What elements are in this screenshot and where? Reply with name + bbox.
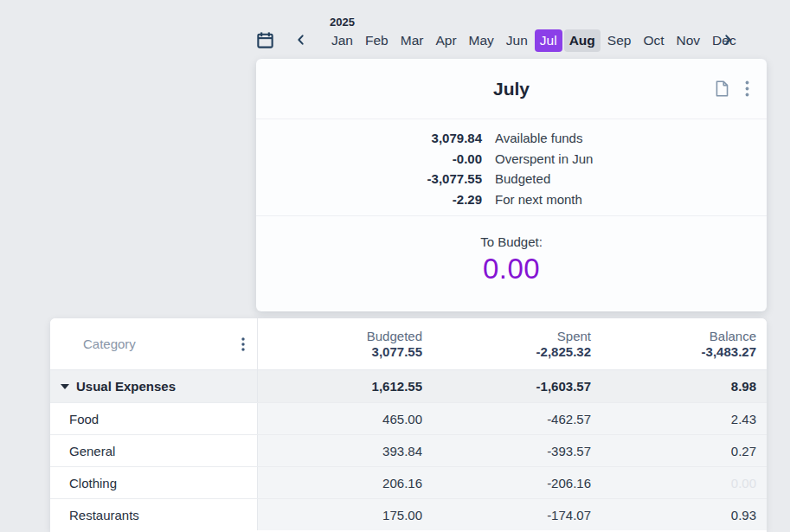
- balance-cell[interactable]: 0.00: [591, 467, 767, 498]
- summary-row: -0.00Overspent in Jun: [256, 149, 767, 170]
- column-header-budgeted: Budgeted3,077.55: [258, 318, 422, 369]
- summary-value: -3,077.55: [256, 171, 482, 186]
- category-name-cell[interactable]: Usual Expenses: [50, 370, 258, 402]
- category-header-cell: Category: [50, 318, 258, 369]
- summary-label: For next month: [495, 192, 582, 207]
- column-header-spent: Spent-2,825.32: [422, 318, 591, 369]
- column-label: Budgeted: [367, 329, 422, 343]
- balance-cell[interactable]: 0.93: [591, 499, 767, 530]
- month-jan[interactable]: Jan: [326, 29, 358, 52]
- month-apr[interactable]: Apr: [430, 29, 461, 52]
- card-header: July: [256, 59, 767, 119]
- summary-value: -2.29: [256, 192, 482, 207]
- column-total: -2,825.32: [536, 344, 591, 359]
- balance-cell[interactable]: 2.43: [591, 403, 767, 434]
- next-month-button[interactable]: [721, 33, 735, 47]
- to-budget-value[interactable]: 0.00: [256, 253, 767, 285]
- calendar-icon: [255, 30, 275, 50]
- category-name: Clothing: [69, 476, 117, 490]
- budget-row-restaurants: Restaurants175.00-174.070.93: [50, 498, 767, 530]
- month-jun[interactable]: Jun: [501, 29, 533, 52]
- month-menu-button[interactable]: [745, 80, 749, 97]
- budget-row-usual-expenses: Usual Expenses1,612.55-1,603.578.98: [50, 370, 767, 402]
- category-name: General: [69, 444, 115, 458]
- budget-table: Category Budgeted3,077.55Spent-2,825.32B…: [50, 318, 767, 532]
- category-name-cell[interactable]: Restaurants: [50, 499, 258, 530]
- summary-label: Overspent in Jun: [495, 151, 593, 166]
- month-nov[interactable]: Nov: [671, 29, 706, 52]
- month-aug[interactable]: Aug: [564, 29, 601, 52]
- spent-cell[interactable]: -206.16: [422, 467, 591, 498]
- kebab-menu-icon: [241, 337, 245, 351]
- month-notes-button[interactable]: [714, 80, 730, 98]
- column-label: Balance: [710, 329, 756, 343]
- budget-row-food: Food465.00-462.572.43: [50, 402, 767, 434]
- category-menu-button[interactable]: [241, 337, 245, 351]
- to-budget-section: To Budget: 0.00: [256, 216, 767, 285]
- summary-label: Budgeted: [495, 171, 550, 186]
- month-may[interactable]: May: [464, 29, 499, 52]
- balance-cell[interactable]: 0.27: [591, 435, 767, 466]
- summary-value: 3,079.84: [256, 131, 482, 145]
- month-summary-card: July 3,079.: [256, 59, 767, 311]
- chevron-right-icon: [721, 33, 735, 47]
- column-label: Spent: [557, 329, 591, 343]
- balance-cell[interactable]: 8.98: [591, 370, 767, 402]
- card-header-actions: [714, 59, 749, 119]
- month-oct[interactable]: Oct: [638, 29, 669, 52]
- category-name: Usual Expenses: [76, 379, 176, 394]
- budget-row-general: General393.84-393.570.27: [50, 434, 767, 466]
- to-budget-label: To Budget:: [256, 234, 767, 249]
- category-name-cell[interactable]: Food: [50, 403, 258, 434]
- category-name-cell[interactable]: Clothing: [50, 467, 258, 498]
- month-feb[interactable]: Feb: [360, 29, 394, 52]
- month-jul[interactable]: Jul: [535, 29, 562, 52]
- chevron-left-icon: [294, 33, 308, 47]
- budget-row-clothing: Clothing206.16-206.160.00: [50, 466, 767, 498]
- budgeted-cell[interactable]: 175.00: [258, 499, 422, 530]
- column-total: 3,077.55: [372, 344, 422, 359]
- category-header-label: Category: [83, 337, 136, 351]
- funds-summary: 3,079.84Available funds-0.00Overspent in…: [256, 119, 767, 216]
- collapse-triangle-icon[interactable]: [61, 384, 69, 389]
- column-header-balance: Balance-3,483.27: [591, 318, 767, 369]
- table-body: Usual Expenses1,612.55-1,603.578.98Food4…: [50, 370, 767, 530]
- months-row: JanFebMarAprMayJunJulAugSepOctNovDec: [325, 29, 742, 52]
- summary-row: 3,079.84Available funds: [256, 128, 767, 149]
- summary-label: Available funds: [495, 131, 582, 145]
- month-sep[interactable]: Sep: [602, 29, 637, 52]
- table-header: Category Budgeted3,077.55Spent-2,825.32B…: [50, 318, 767, 370]
- kebab-menu-icon: [745, 80, 749, 97]
- month-mar[interactable]: Mar: [395, 29, 429, 52]
- year-label: 2025: [330, 16, 355, 29]
- spent-cell[interactable]: -174.07: [422, 499, 591, 530]
- budgeted-cell[interactable]: 1,612.55: [258, 370, 422, 402]
- calendar-button[interactable]: [255, 30, 275, 50]
- note-icon: [714, 80, 730, 98]
- budgeted-cell[interactable]: 465.00: [258, 403, 422, 434]
- spent-cell[interactable]: -462.57: [422, 403, 591, 434]
- category-name: Restaurants: [69, 508, 139, 522]
- previous-month-button[interactable]: [294, 33, 308, 47]
- category-name-cell[interactable]: General: [50, 435, 258, 466]
- month-title: July: [493, 79, 530, 99]
- summary-value: -0.00: [256, 151, 482, 166]
- summary-row: -3,077.55Budgeted: [256, 169, 767, 189]
- spent-cell[interactable]: -393.57: [422, 435, 591, 466]
- category-name: Food: [69, 412, 99, 426]
- budgeted-cell[interactable]: 393.84: [258, 435, 422, 466]
- spent-cell[interactable]: -1,603.57: [422, 370, 591, 402]
- summary-row: -2.29For next month: [256, 189, 767, 210]
- budgeted-cell[interactable]: 206.16: [258, 467, 422, 498]
- column-total: -3,483.27: [702, 344, 756, 359]
